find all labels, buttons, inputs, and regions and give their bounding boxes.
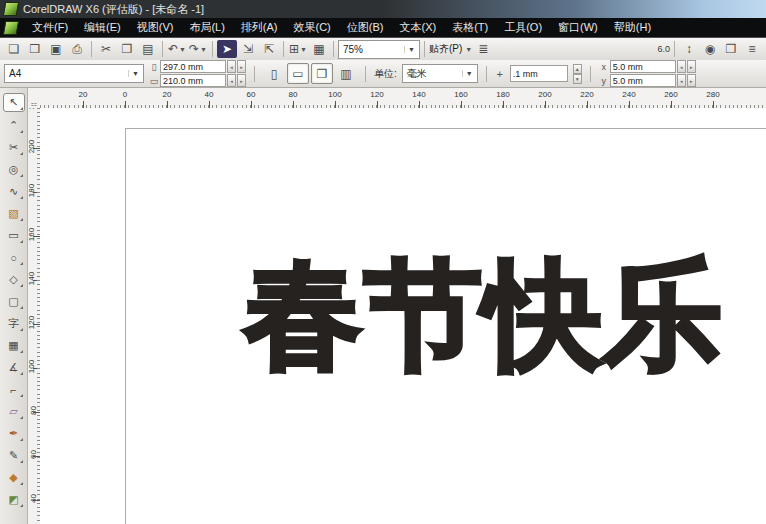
text-tool[interactable]: 字 — [4, 315, 24, 332]
ruler-label: 200 — [28, 140, 36, 153]
duplicate-y-field[interactable]: 5.0 mm — [610, 74, 676, 87]
ruler-guides-icon[interactable]: ↕ — [679, 40, 699, 58]
duplicate-y-spin-down[interactable]: ◂ — [677, 74, 686, 87]
smart-fill-tool[interactable]: ▧ — [4, 205, 24, 222]
cut-icon[interactable]: ✂ — [96, 40, 116, 58]
application-launcher-icon[interactable]: ⊞▼ — [288, 40, 308, 58]
menu-item-工具(O)[interactable]: 工具(O) — [496, 18, 550, 37]
dimension-tool[interactable]: ∡ — [4, 359, 24, 376]
table-tool[interactable]: ▦ — [4, 337, 24, 354]
chevron-down-icon[interactable]: ▼ — [300, 46, 307, 53]
menu-item-排列(A)[interactable]: 排列(A) — [233, 18, 286, 37]
redo-icon[interactable]: ↷▼ — [188, 40, 208, 58]
toolbar-separator — [283, 41, 284, 57]
shape-tool-icon: ⌃ — [9, 119, 18, 132]
ellipse-tool-icon: ○ — [10, 252, 17, 264]
color-eyedropper-tool-icon: ✒ — [9, 427, 18, 440]
duplicate-distance-fields: x 5.0 mm ◂ ▸ y 5.0 mm ◂ ▸ — [599, 60, 696, 87]
page-sorter-icon[interactable]: ▥ — [335, 63, 357, 84]
options-icon[interactable]: ≣ — [473, 40, 493, 58]
menu-item-编辑(E)[interactable]: 编辑(E) — [76, 18, 129, 37]
portrait-icon[interactable]: ▯ — [263, 63, 285, 84]
basic-shapes-tool[interactable]: ▢ — [4, 293, 24, 310]
paper-preset-select[interactable]: A4 ▼ — [4, 64, 144, 83]
page-height-field[interactable]: 210.0 mm — [160, 74, 226, 87]
duplicate-x-field[interactable]: 5.0 mm — [610, 60, 676, 73]
welcome-screen-icon[interactable]: ▦ — [309, 40, 329, 58]
freehand-tool[interactable]: ∿ — [4, 183, 24, 200]
nudge-spinner[interactable]: ▲▼ — [573, 64, 582, 84]
rectangle-tool[interactable]: ▭ — [4, 227, 24, 244]
horizontal-ruler[interactable]: 2002040608010012014016018020022024026028… — [40, 88, 766, 109]
duplicate-y-spin-up[interactable]: ▸ — [687, 74, 696, 87]
zoom-tool[interactable]: ◎ — [4, 161, 24, 178]
menu-item-视图(V)[interactable]: 视图(V) — [129, 18, 182, 37]
menu-item-效果(C)[interactable]: 效果(C) — [286, 18, 339, 37]
toolbar-right-icons: ↕◉❐≡ — [679, 40, 762, 58]
menu-items: 文件(F)编辑(E)视图(V)布局(L)排列(A)效果(C)位图(B)文本(X)… — [24, 18, 659, 37]
search-content-icon[interactable]: ➤ — [217, 40, 237, 58]
page-width-field[interactable]: 297.0 mm — [160, 60, 226, 73]
smart-fill-tool-icon: ▧ — [8, 207, 18, 220]
ruler-label: 180 — [496, 90, 509, 99]
units-label: 单位: — [374, 67, 397, 81]
outline-pen-tool-icon: ✎ — [9, 449, 18, 462]
pick-tool[interactable]: ↖ — [3, 93, 25, 112]
window-sorter-icon[interactable]: ❐ — [721, 40, 741, 58]
outline-pen-tool[interactable]: ✎ — [4, 447, 24, 464]
landscape-icon[interactable]: ▭ — [287, 63, 309, 84]
drawing-canvas[interactable]: 春节快乐 — [40, 108, 766, 524]
snap-options-icon[interactable]: ◉ — [700, 40, 720, 58]
ruler-tick — [713, 101, 714, 108]
open-icon[interactable]: ❒ — [25, 40, 45, 58]
save-icon[interactable]: ▣ — [46, 40, 66, 58]
chevron-down-icon[interactable]: ▼ — [179, 46, 186, 53]
chevron-down-icon[interactable]: ▼ — [200, 46, 207, 53]
ellipse-tool[interactable]: ○ — [4, 249, 24, 266]
export-icon[interactable]: ⇱ — [259, 40, 279, 58]
title-bar: CorelDRAW X6 (评估版) - [未命名 -1] — [0, 0, 766, 18]
page-width-spin-down[interactable]: ◂ — [227, 60, 236, 73]
paste-icon[interactable]: ▤ — [138, 40, 158, 58]
import-icon[interactable]: ⇲ — [238, 40, 258, 58]
page-height-spin-up[interactable]: ▸ — [237, 74, 246, 87]
units-select[interactable]: 毫米 ▼ — [402, 64, 478, 83]
paste-icon-glyph: ▤ — [142, 42, 153, 56]
zoom-level-value: 75% — [343, 44, 363, 55]
menu-item-布局(L)[interactable]: 布局(L) — [181, 18, 232, 37]
color-eyedropper-tool[interactable]: ✒ — [4, 425, 24, 442]
duplicate-x-spin-up[interactable]: ▸ — [687, 60, 696, 73]
ruler-label: 60 — [247, 90, 256, 99]
save-icon-glyph: ▣ — [50, 42, 61, 56]
all-pages-icon[interactable]: ❐ — [311, 63, 333, 84]
snap-control[interactable]: 贴齐(P) ▼ — [429, 42, 472, 56]
ruler-tick — [33, 192, 40, 193]
undo-icon[interactable]: ↶▼ — [167, 40, 187, 58]
connector-tool[interactable]: ⌐ — [4, 381, 24, 398]
new-document-icon[interactable]: ❏ — [4, 40, 24, 58]
ruler-label: 160 — [28, 228, 36, 241]
polygon-tool[interactable]: ◇ — [4, 271, 24, 288]
menu-item-位图(B)[interactable]: 位图(B) — [339, 18, 392, 37]
print-icon[interactable]: ⎙ — [67, 40, 87, 58]
nudge-offset-field[interactable]: .1 mm — [510, 65, 568, 82]
duplicate-x-spin-down[interactable]: ◂ — [677, 60, 686, 73]
headline-text[interactable]: 春节快乐 — [244, 256, 766, 374]
menu-item-文件(F)[interactable]: 文件(F) — [24, 18, 76, 37]
shape-tool[interactable]: ⌃ — [4, 117, 24, 134]
page-width-spin-up[interactable]: ▸ — [237, 60, 246, 73]
interactive-fill-tool[interactable]: ◩ — [4, 491, 24, 508]
menu-item-表格(T)[interactable]: 表格(T) — [444, 18, 496, 37]
menu-item-文本(X)[interactable]: 文本(X) — [391, 18, 444, 37]
page-height-spin-down[interactable]: ◂ — [227, 74, 236, 87]
fill-tool[interactable]: ◆ — [4, 469, 24, 486]
menu-item-帮助(H)[interactable]: 帮助(H) — [606, 18, 659, 37]
crop-tool[interactable]: ✂ — [4, 139, 24, 156]
ruler-label: 200 — [538, 90, 551, 99]
more-options-icon[interactable]: ≡ — [742, 40, 762, 58]
menu-item-窗口(W)[interactable]: 窗口(W) — [550, 18, 606, 37]
zoom-level-select[interactable]: 75% ▼ — [338, 40, 420, 59]
blend-tool[interactable]: ▱ — [4, 403, 24, 420]
chevron-down-icon: ▼ — [404, 46, 415, 53]
copy-icon[interactable]: ❐ — [117, 40, 137, 58]
